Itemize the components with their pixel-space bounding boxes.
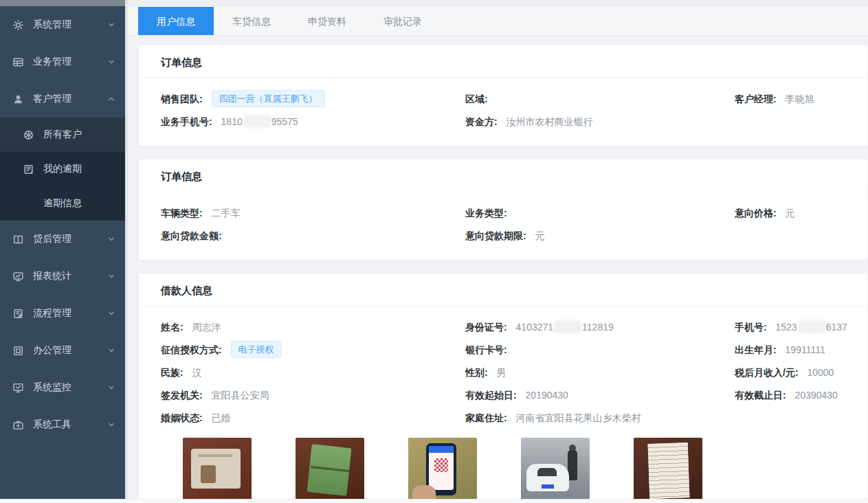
field-ethnicity: 民族: 汉 [161, 361, 465, 384]
top-strip [128, 0, 868, 7]
field-intent-price: 意向价格: 元 [735, 202, 867, 225]
chevron-down-icon [107, 235, 115, 243]
sidebar-item-customer-management[interactable]: 客户管理 [0, 80, 125, 118]
sidebar-item-system-tools[interactable]: 系统工具 [0, 406, 125, 443]
field-credit-auth: 征信授权方式: 电子授权 [161, 339, 465, 361]
field-business-phone: 业务手机号: 181095575 [161, 111, 465, 133]
person-car-photo[interactable] [521, 438, 590, 503]
sidebar-item-label: 系统监控 [33, 381, 71, 394]
field-intent-loan-term: 意向贷款期限: 元 [465, 225, 735, 247]
tab-bar: 用户信息 车贷信息 申贷资料 审批记录 [128, 7, 868, 36]
customer-management-submenu: 所有客户 我的逾期 逾期信息 [0, 118, 125, 221]
page-body: 订单信息 销售团队: 四团一营（直属王鹏飞） 区域: 客户经理: [128, 36, 868, 503]
redaction-blur [245, 116, 269, 126]
chevron-down-icon [107, 58, 115, 66]
field-intent-loan-amount: 意向贷款金额: [161, 225, 465, 247]
sidebar-item-label: 流程管理 [33, 307, 71, 320]
sidebar-item-label: 所有客户 [43, 128, 82, 141]
chevron-down-icon [107, 21, 115, 29]
tab-loan-application-materials[interactable]: 申贷资料 [289, 7, 365, 35]
field-funder: 资金方: 汝州市农村商业银行 [465, 111, 735, 133]
field-account-manager: 客户经理: 李晓旭 [735, 88, 867, 111]
order-info-card-1: 订单信息 销售团队: 四团一营（直属王鹏飞） 区域: 客户经理: [138, 45, 868, 146]
sidebar-item-label: 系统管理 [33, 19, 71, 31]
main-content: 用户信息 车贷信息 申贷资料 审批记录 订单信息 销售团队: 四团一营（直属王鹏… [128, 0, 868, 503]
field-mobile: 手机号: 15236137 [735, 316, 867, 339]
sidebar-item-label: 我的逾期 [43, 163, 82, 175]
field-marital-status: 婚姻状态: 已婚 [161, 407, 465, 429]
document-photos: 身份证 驾驶证照片 授权书 人车合影 [161, 429, 867, 503]
sidebar-item-overdue-info[interactable]: 逾期信息 [0, 186, 125, 221]
card-title: 订单信息 [139, 45, 867, 78]
field-name: 姓名: 周志洋 [161, 316, 465, 339]
notebook-icon [23, 164, 34, 175]
box-icon [12, 345, 24, 357]
field-region: 区域: [465, 88, 735, 111]
chevron-up-icon [107, 95, 115, 103]
field-business-type: 业务类型: [465, 202, 735, 225]
field-valid-from: 有效起始日: 20190430 [465, 384, 735, 407]
field-id-number: 身份证号: 4103271112819 [465, 316, 735, 339]
monitor-icon [12, 271, 24, 282]
sidebar-item-all-customers[interactable]: 所有客户 [0, 118, 125, 152]
credit-auth-tag[interactable]: 电子授权 [231, 341, 282, 358]
gear-icon [12, 19, 24, 31]
wheel-icon [23, 129, 34, 141]
sidebar-item-system-monitoring[interactable]: 系统监控 [0, 369, 125, 406]
sidebar-item-label: 办公管理 [33, 344, 71, 357]
sidebar-item-label: 业务管理 [33, 56, 71, 68]
redaction-blur [799, 322, 824, 332]
sidebar-item-process-management[interactable]: 流程管理 [0, 295, 125, 332]
field-bank-card: 银行卡号: [465, 339, 735, 361]
sidebar-item-label: 客户管理 [33, 93, 71, 105]
user-icon [12, 93, 24, 105]
id-card-photo[interactable] [183, 438, 252, 503]
chevron-down-icon [107, 383, 115, 392]
tab-car-loan-info[interactable]: 车贷信息 [214, 7, 289, 35]
card-title: 借款人信息 [139, 273, 867, 306]
chevron-down-icon [107, 309, 115, 317]
field-issuing-authority: 签发机关: 宜阳县公安局 [161, 384, 465, 407]
table-icon [12, 56, 24, 68]
field-valid-to: 有效截止日: 20390430 [735, 384, 867, 407]
paper-document-photo[interactable] [634, 438, 702, 503]
tab-approval-records[interactable]: 审批记录 [365, 7, 441, 35]
redaction-blur [555, 322, 580, 332]
sidebar-item-office-management[interactable]: 办公管理 [0, 332, 125, 369]
field-income: 税后月收入/元: 10000 [735, 361, 867, 384]
sidebar-item-report-statistics[interactable]: 报表统计 [0, 258, 125, 295]
sidebar-item-business-management[interactable]: 业务管理 [0, 43, 125, 80]
field-gender: 性别: 男 [465, 361, 735, 384]
sidebar-item-label: 系统工具 [33, 418, 71, 431]
horizontal-scrollbar[interactable] [0, 499, 868, 503]
borrower-info-card: 借款人信息 姓名: 周志洋 身份证号: 4103271112819 手机号: [138, 273, 868, 503]
sidebar-item-label: 逾期信息 [43, 197, 82, 210]
field-birth: 出生年月: 19911111 [735, 339, 867, 361]
sidebar-item-system-management[interactable]: 系统管理 [0, 6, 125, 43]
tab-user-info[interactable]: 用户信息 [138, 7, 214, 35]
sidebar-top-band [0, 0, 125, 6]
chevron-down-icon [107, 421, 115, 429]
chevron-down-icon [107, 346, 115, 355]
sidebar-item-my-overdue[interactable]: 我的逾期 [0, 152, 125, 186]
toolbox-icon [12, 419, 24, 431]
sales-team-tag[interactable]: 四团一营（直属王鹏飞） [212, 90, 325, 107]
field-sales-team: 销售团队: 四团一营（直属王鹏飞） [161, 88, 465, 111]
chevron-down-icon [107, 272, 115, 280]
card-title: 订单信息 [139, 159, 867, 192]
book-icon [12, 234, 24, 245]
sidebar-item-postloan-management[interactable]: 贷后管理 [0, 221, 125, 258]
field-address: 家庭住址: 河南省宜阳县花果山乡木柴村 [465, 407, 735, 429]
sidebar-item-label: 贷后管理 [33, 233, 71, 245]
sidebar-item-label: 报表统计 [33, 270, 71, 282]
clipboard-edit-icon [12, 308, 24, 320]
field-vehicle-type: 车辆类型: 二手车 [161, 202, 465, 225]
phone-qr-photo[interactable] [408, 438, 477, 503]
monitor-check-icon [12, 382, 24, 394]
sidebar: 系统管理 业务管理 客户管理 所有客户 我的逾期 逾期信息 [0, 0, 128, 503]
license-booklet-photo[interactable] [296, 438, 364, 503]
order-info-card-2: 订单信息 车辆类型: 二手车 业务类型: 意向价格: 元 [138, 159, 868, 260]
app-window: 系统管理 业务管理 客户管理 所有客户 我的逾期 逾期信息 [0, 0, 868, 503]
